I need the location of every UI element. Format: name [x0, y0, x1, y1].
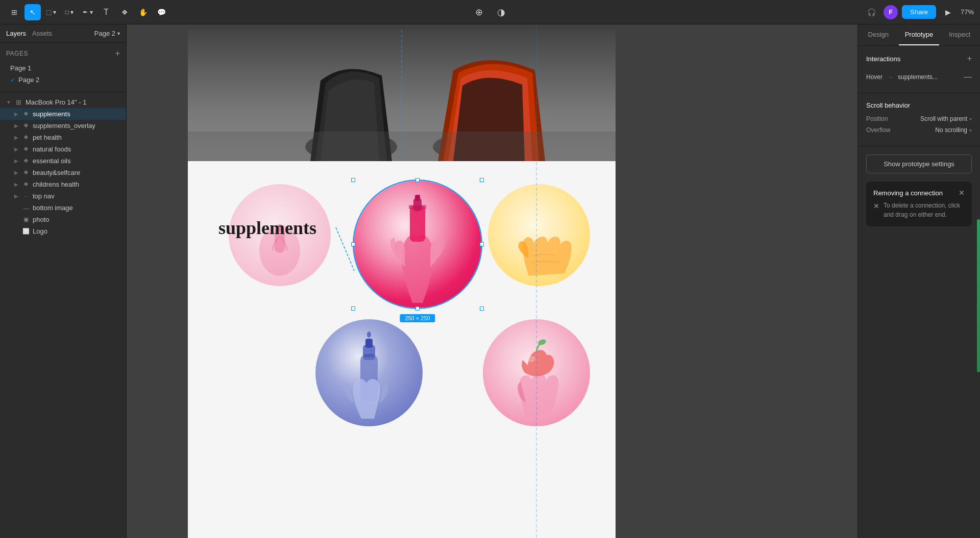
- theme-button[interactable]: ◑: [493, 4, 509, 20]
- position-value-dropdown[interactable]: Scroll with parent ▾: [920, 115, 972, 122]
- pages-header: Pages +: [6, 49, 120, 58]
- svg-rect-15: [365, 339, 373, 348]
- component-icon-pet: ❖: [22, 134, 30, 141]
- interactions-title: Interactions +: [866, 54, 972, 63]
- frame-layer-label: MacBook Pro 14" - 1: [26, 98, 87, 106]
- tab-inspect[interactable]: Inspect: [939, 24, 980, 45]
- close-remove-connection-button[interactable]: ✕: [959, 189, 965, 197]
- layer-name-beauty: beauty&selfcare: [33, 169, 80, 176]
- right-circle-row1[interactable]: [488, 184, 590, 286]
- position-label: Position: [866, 115, 888, 122]
- layer-item-essential-oils[interactable]: ▶ ❖ essential oils: [0, 155, 126, 167]
- add-page-button[interactable]: +: [115, 49, 120, 58]
- expand-pet-icon: ▶: [14, 135, 18, 140]
- size-badge: 250 × 250: [400, 314, 435, 322]
- play-button[interactable]: ▶: [940, 4, 957, 20]
- bottom-left-circle[interactable]: [315, 319, 423, 426]
- overflow-property-row: Overflow No scrolling ▾: [866, 126, 972, 134]
- frame-tool-button[interactable]: ⬚ ▾: [43, 4, 59, 20]
- remove-connection-title-text: Removing a connection: [873, 189, 943, 197]
- layer-item-top-nav[interactable]: ▶ ··· top nav: [0, 190, 126, 202]
- pages-section: Pages + Page 1 ✓ Page 2: [0, 43, 126, 92]
- remove-connection-description: To delete a connection, click and drag o…: [884, 201, 965, 219]
- layer-item-logo[interactable]: ▶ ⬜ Logo: [0, 225, 126, 237]
- tab-assets[interactable]: Assets: [32, 29, 52, 38]
- layer-item-beauty[interactable]: ▶ ❖ beauty&selfcare: [0, 167, 126, 178]
- interaction-target[interactable]: supplements...: [898, 73, 960, 81]
- expand-beauty-icon: ▶: [14, 170, 18, 175]
- component-icon-supplements: ❖: [22, 111, 30, 117]
- expand-supplements-icon: ▶: [14, 111, 18, 117]
- hand-tool-button[interactable]: ✋: [135, 4, 151, 20]
- toolbar-right-group: 🎧 F Share ▶ 77%: [863, 4, 974, 20]
- image-icon-photo: ▣: [22, 216, 30, 223]
- layer-item-childrens[interactable]: ▶ ❖ childrens health: [0, 178, 126, 190]
- text-tool-button[interactable]: T: [98, 4, 114, 20]
- tab-design[interactable]: Design: [858, 24, 899, 45]
- layer-name-bottom: bottom image: [33, 204, 73, 212]
- svg-rect-16: [364, 354, 374, 357]
- position-chevron-icon: ▾: [969, 116, 972, 122]
- expand-topnav-icon: ▶: [14, 193, 18, 199]
- selected-supplements-wrapper[interactable]: 250 × 250: [354, 181, 481, 308]
- remove-interaction-button[interactable]: —: [964, 72, 972, 82]
- bottom-right-circle[interactable]: [483, 319, 590, 426]
- main-layout: Layers Assets Page 2 ▾ Pages + Page 1 ✓ …: [0, 24, 980, 538]
- layers-section: ▼ ⊞ MacBook Pro 14" - 1 ▶ ❖ supplements …: [0, 92, 126, 538]
- remove-connection-body: ✕ To delete a connection, click and drag…: [873, 201, 965, 219]
- category-grid-area: supplements: [188, 161, 616, 538]
- layer-item-natural-foods[interactable]: ▶ ❖ natural foods: [0, 143, 126, 155]
- frame-icon: ⊞: [15, 98, 22, 106]
- tab-layers[interactable]: Layers: [6, 29, 26, 38]
- scroll-behavior-title: Scroll behavior: [866, 101, 972, 109]
- pen-tool-button[interactable]: ✒ ▾: [80, 4, 96, 20]
- component-icon-essential: ❖: [22, 158, 30, 164]
- svg-rect-12: [409, 205, 426, 209]
- interaction-row: Hover → supplements... —: [866, 69, 972, 85]
- right-panel: Design Prototype Inspect Interactions + …: [857, 24, 980, 538]
- scroll-behavior-section: Scroll behavior Position Scroll with par…: [858, 93, 980, 146]
- overflow-value-dropdown[interactable]: No scrolling ▾: [935, 126, 972, 134]
- tab-prototype[interactable]: Prototype: [899, 24, 940, 45]
- layer-name-logo: Logo: [33, 227, 47, 235]
- minus-icon-bottom: —: [22, 205, 30, 211]
- remove-connection-icon: ✕: [873, 202, 879, 210]
- layer-name-essential: essential oils: [33, 157, 70, 165]
- layer-item-supplements-overlay[interactable]: ▶ ❖ supplements_overlay: [0, 120, 126, 132]
- left-panel-tabs: Layers Assets Page 2 ▾: [0, 24, 126, 43]
- shape-tool-button[interactable]: □ ▾: [61, 4, 78, 20]
- right-panel-tabs: Design Prototype Inspect: [858, 24, 980, 46]
- page-1-label: Page 1: [10, 64, 31, 72]
- user-avatar[interactable]: F: [884, 5, 898, 19]
- page-selector[interactable]: Page 2 ▾: [94, 30, 120, 37]
- expand-essential-icon: ▶: [14, 158, 18, 164]
- zoom-label[interactable]: 77%: [961, 8, 974, 16]
- add-interaction-button[interactable]: +: [967, 54, 972, 63]
- page-item-2[interactable]: ✓ Page 2: [6, 74, 120, 86]
- layer-item-photo[interactable]: ▶ ▣ photo: [0, 214, 126, 225]
- layer-name-pet: pet health: [33, 134, 62, 141]
- layer-item-bottom-image[interactable]: ▶ — bottom image: [0, 202, 126, 214]
- remove-connection-card: Removing a connection ✕ ✕ To delete a co…: [866, 182, 972, 226]
- page-item-1[interactable]: Page 1: [6, 62, 120, 74]
- layer-name-overlay: supplements_overlay: [33, 122, 95, 130]
- components-tool-button[interactable]: ❖: [116, 4, 133, 20]
- share-button[interactable]: Share: [902, 5, 936, 19]
- layer-item-pet-health[interactable]: ▶ ❖ pet health: [0, 132, 126, 143]
- main-menu-button[interactable]: ⊞: [6, 4, 22, 20]
- layer-item-supplements[interactable]: ▶ ❖ supplements: [0, 108, 126, 120]
- shoe-photo-svg: [188, 30, 616, 161]
- frame-layer-header[interactable]: ▼ ⊞ MacBook Pro 14" - 1: [0, 96, 126, 108]
- group-icon-topnav: ···: [22, 194, 30, 199]
- plugins-button[interactable]: ⊕: [471, 4, 487, 20]
- page-2-check-icon: ✓: [10, 76, 15, 84]
- interaction-trigger[interactable]: Hover: [866, 73, 883, 81]
- expand-supplements-overlay-icon: ▶: [14, 123, 18, 129]
- show-prototype-settings-button[interactable]: Show prototype settings: [866, 155, 972, 173]
- interaction-arrow-icon: →: [887, 73, 894, 81]
- audio-button[interactable]: 🎧: [863, 4, 879, 20]
- move-tool-button[interactable]: ↖: [24, 4, 41, 20]
- comment-tool-button[interactable]: 💬: [153, 4, 169, 20]
- canvas-viewport: MacBook Pro 14" - 1: [127, 24, 857, 538]
- canvas-area[interactable]: MacBook Pro 14" - 1: [127, 24, 857, 538]
